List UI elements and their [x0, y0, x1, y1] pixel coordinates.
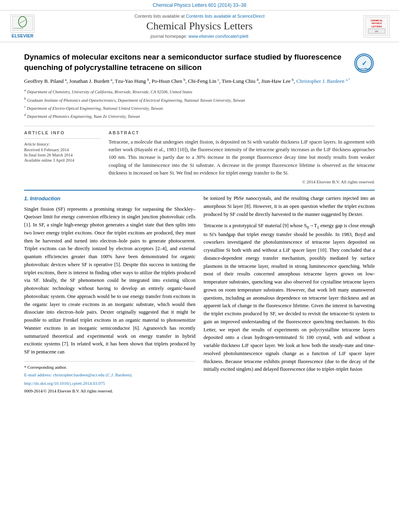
- intro-para-3: Tetracene is a prototypical SF material …: [204, 222, 375, 374]
- svg-text:PHYSICS: PHYSICS: [372, 22, 382, 25]
- author-burdett: Jonathan J. Burdett a,: [69, 78, 115, 84]
- footnote-corresponding: * Corresponding author.: [24, 364, 195, 371]
- footnote-email: E-mail address: christopher.bardeen@ucr.…: [24, 372, 195, 378]
- contents-available-line: Contents lists available at Contents lis…: [43, 14, 356, 18]
- body-col-right: be ionized by PbSe nanocrystals, and the…: [204, 195, 375, 395]
- affiliations: a Department of Chemistry, University of…: [24, 87, 375, 120]
- crossmark-badge[interactable]: ✓ CrossMark: [353, 52, 375, 74]
- svg-text:CrossMark: CrossMark: [358, 68, 370, 70]
- footnote-doi: http://dx.doi.org/10.1016/j.cplett.2014.…: [24, 380, 195, 387]
- doi-link[interactable]: http://dx.doi.org/10.1016/j.cplett.2014.…: [24, 381, 105, 386]
- intro-para-1: Singlet fission (SF) represents a promis…: [24, 205, 195, 356]
- received-date: Received 6 February 2014: [24, 148, 101, 152]
- author-piland: Geoffrey B. Piland a,: [24, 78, 69, 84]
- author-chiu: Tien-Lung Chiu d,: [222, 78, 261, 84]
- journal-center: Contents lists available at Contents lis…: [43, 14, 356, 39]
- crossmark-icon: ✓ CrossMark: [354, 53, 374, 73]
- abstract-col: ABSTRACT Tetracene, a molecule that unde…: [109, 130, 375, 185]
- affiliation-c: c Department of Electro-Optical Engineer…: [24, 104, 375, 112]
- journal-header: ELSEVIER ELSEVIER Contents lists availab…: [0, 10, 399, 42]
- svg-text:✓: ✓: [361, 60, 366, 67]
- issn-text: 0009-2614/© 2014 Elsevier B.V. All right…: [24, 389, 113, 393]
- paper-content: Dynamics of molecular excitons near a se…: [0, 42, 399, 403]
- footnote-issn: 0009-2614/© 2014 Elsevier B.V. All right…: [24, 388, 195, 394]
- authors-line: Geoffrey B. Piland a, Jonathan J. Burdet…: [24, 76, 375, 85]
- abstract-heading: ABSTRACT: [109, 130, 375, 135]
- journal-logo-right: CHEMICAL PHYSICS LETTERS CPL: [360, 15, 393, 37]
- article-info-divider: [24, 138, 101, 139]
- elsevier-text: ELSEVIER: [12, 33, 33, 38]
- author-lin: Chi-Feng Lin c,: [188, 78, 222, 84]
- cpl-logo-box: CHEMICAL PHYSICS LETTERS CPL: [364, 15, 390, 37]
- sciencedirect-link[interactable]: Contents lists available at ScienceDirec…: [186, 14, 265, 18]
- available-online-date: Available online 3 April 2014: [24, 158, 101, 162]
- elsevier-logo-image: ELSEVIER: [10, 14, 35, 33]
- elsevier-logo: ELSEVIER ELSEVIER: [6, 14, 39, 38]
- body-col-left: 1. Introduction Singlet fission (SF) rep…: [24, 195, 195, 395]
- svg-text:LETTERS: LETTERS: [371, 25, 382, 28]
- main-divider: [24, 190, 375, 191]
- footnotes: * Corresponding author. E-mail address: …: [24, 361, 195, 394]
- article-info-abstract: ARTICLE INFO Article history: Received 6…: [24, 130, 375, 185]
- author-lee: Jiun-Haw Lee b,: [261, 78, 296, 84]
- article-title: Dynamics of molecular excitons near a se…: [24, 52, 375, 72]
- footnote-email-text[interactable]: E-mail address: christopher.bardeen@ucr.…: [24, 372, 132, 377]
- copyright-line: © 2014 Elsevier B.V. All rights reserved…: [109, 179, 375, 184]
- body-content: 1. Introduction Singlet fission (SF) rep…: [24, 195, 375, 395]
- svg-text:CHEMICAL: CHEMICAL: [370, 19, 383, 22]
- final-form-date: In final form 26 March 2014: [24, 153, 101, 157]
- abstract-text: Tetracene, a molecule that undergoes sin…: [109, 138, 375, 177]
- section-divider-1: [24, 126, 375, 126]
- article-title-text: Dynamics of molecular excitons near a se…: [24, 53, 341, 72]
- homepage-url[interactable]: www.elsevier.com/locate/cplett: [189, 34, 249, 39]
- article-history-label: Article history:: [24, 142, 101, 146]
- author-bardeen: Christopher J. Bardeen a,*: [296, 78, 350, 84]
- intro-heading: 1. Introduction: [24, 195, 195, 203]
- intro-para-2: be ionized by PbSe nanocrystals, and the…: [204, 195, 375, 218]
- affiliation-b: b Graduate Institute of Photonics and Op…: [24, 96, 375, 104]
- citation-text: Chemical Physics Letters 601 (2014) 33–3…: [153, 2, 247, 8]
- article-info-heading: ARTICLE INFO: [24, 130, 101, 135]
- affiliation-a: a Department of Chemistry, University of…: [24, 87, 375, 95]
- svg-text:CPL: CPL: [374, 31, 378, 33]
- top-citation-bar: Chemical Physics Letters 601 (2014) 33–3…: [0, 0, 399, 10]
- author-hung: Tzu-Yao Hung b,: [115, 78, 152, 84]
- journal-title: Chemical Physics Letters: [43, 20, 356, 32]
- article-info-col: ARTICLE INFO Article history: Received 6…: [24, 130, 101, 185]
- homepage-line: journal homepage: www.elsevier.com/locat…: [43, 34, 356, 39]
- author-chen: Po-Hsun Chen b,: [152, 78, 188, 84]
- svg-text:ELSEVIER: ELSEVIER: [14, 27, 23, 29]
- footnote-corresponding-text: * Corresponding author.: [24, 365, 67, 370]
- affiliation-d: d Department of Photonics Engineering, Y…: [24, 112, 375, 120]
